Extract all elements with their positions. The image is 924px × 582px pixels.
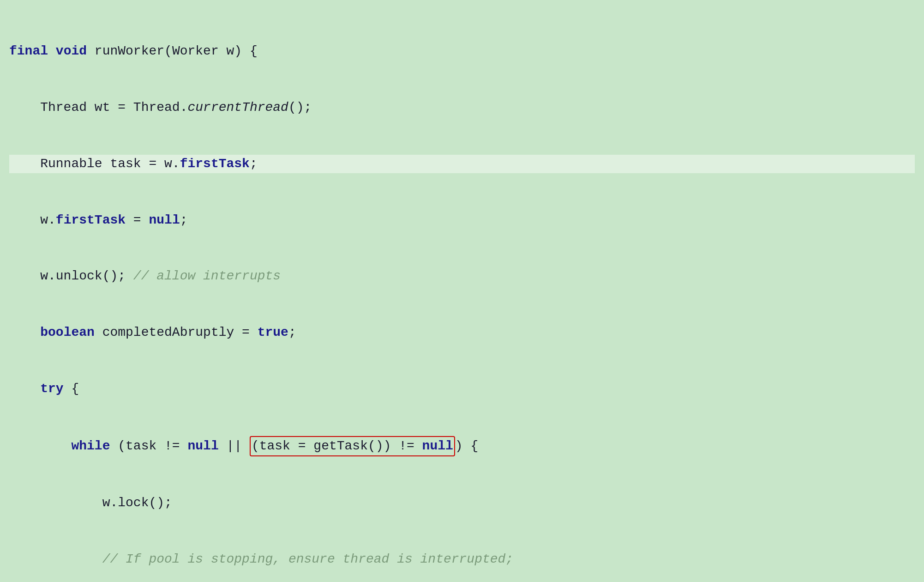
keyword-true: true <box>258 325 288 340</box>
keyword-null1: null <box>149 213 180 227</box>
keyword-firsttask: firstTask <box>180 157 250 171</box>
keyword-boolean: boolean <box>40 325 95 340</box>
line-1: final void runWorker(Worker w) { <box>9 42 915 61</box>
line-7: try { <box>9 380 915 399</box>
line-9: w.lock(); <box>9 494 915 513</box>
keyword-while: while <box>71 439 110 453</box>
keyword-firsttask2: firstTask <box>56 213 126 227</box>
keyword-try1: try <box>40 382 63 396</box>
line-5: w.unlock(); // allow interrupts <box>9 267 915 286</box>
line-2: Thread wt = Thread.currentThread(); <box>9 98 915 117</box>
comment-2: // If pool is stopping, ensure thread is… <box>102 552 514 566</box>
line-8: while (task != null || (task = getTask()… <box>9 436 915 457</box>
keyword-null3: null <box>422 439 453 453</box>
code-block: final void runWorker(Worker w) { Thread … <box>9 5 915 582</box>
line-4: w.firstTask = null; <box>9 211 915 230</box>
keyword-final: final <box>9 44 48 58</box>
line-6: boolean completedAbruptly = true; <box>9 323 915 342</box>
comment-1: // allow interrupts <box>133 269 281 283</box>
highlight-condition: (task = getTask()) != null <box>250 436 455 457</box>
keyword-null2: null <box>187 439 218 453</box>
keyword-void: void <box>56 44 87 58</box>
line-3: Runnable task = w.firstTask; <box>9 155 915 174</box>
line-10: // If pool is stopping, ensure thread is… <box>9 550 915 569</box>
